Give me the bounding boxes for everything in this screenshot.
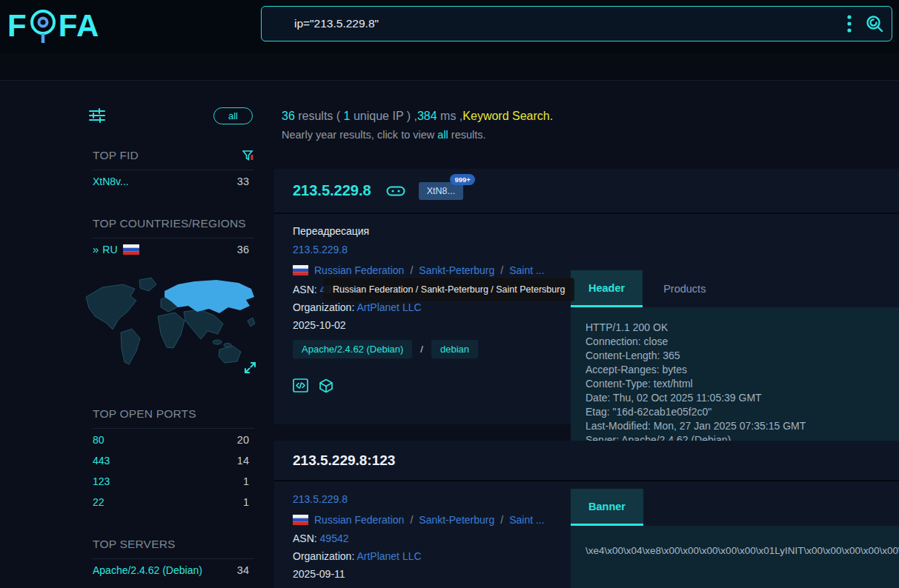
russia-flag-icon [123,244,139,255]
port-row: 22 1 [93,496,249,508]
org-row: Organization: ArtPlanet LLC [293,550,422,562]
http-header-line: Connection: close [585,335,884,349]
http-header-line: HTTP/1.1 200 OK [585,321,884,335]
org-link[interactable]: ArtPlanet LLC [356,301,421,313]
country-row: » RU 36 [93,243,249,255]
result-card-1-header: 213.5.229.8 XtN8... 999+ [274,169,899,214]
region-link[interactable]: Sankt-Peterburg [419,264,494,276]
http-header-line: Date: Thu, 02 Oct 2025 11:05:39 GMT [585,391,884,405]
result-ip-link[interactable]: 213.5.229.8 [293,493,348,505]
fofa-logo[interactable]: F FA [7,7,99,45]
kebab-menu-icon[interactable] [837,11,862,36]
unique-ip-count: 1 [344,110,351,122]
all-filter-button[interactable]: all [213,107,253,124]
top-countries-title: TOP COUNTRIES/REGIONS [93,217,246,230]
scan-date: 2025-10-02 [293,319,346,331]
port-count: 14 [237,455,249,467]
expand-map-icon[interactable] [244,361,256,377]
top-navbar: F FA [0,0,899,53]
http-header-panel: HTTP/1.1 200 OK Connection: close Conten… [571,307,899,457]
tab-products[interactable]: Products [643,270,726,307]
redirect-label: Переадресация [293,225,369,237]
org-link[interactable]: ArtPlanet LLC [356,550,421,562]
search-icon[interactable] [862,11,887,36]
code-snippet-icon[interactable] [293,378,308,393]
port-link[interactable]: 123 [93,475,110,487]
results-note: Nearly year results, click to view all r… [282,129,486,141]
http-header-line: Etag: "16d-62cab1e05f2c0" [585,405,884,419]
top-countries-section-header: TOP COUNTRIES/REGIONS [93,217,254,238]
result-card-2-body: 213.5.229.8 Russian Federation / Sankt-P… [274,481,899,588]
asn-row: ASN: 49542 [293,532,349,544]
banner-text: \xe4\x00\x04\xe8\x00\x00\x00\x00\x00\x01… [585,545,884,556]
result-ip-port-title: 213.5.229.8:123 [293,452,395,469]
search-input[interactable] [262,17,837,30]
country-link[interactable]: Russian Federation [314,264,404,276]
country-link[interactable]: RU [102,244,117,255]
top-ports-section-header: TOP OPEN PORTS [93,407,254,429]
scan-date: 2025-09-11 [293,568,345,580]
location-row: Russian Federation / Sankt-Peterburg / S… [293,514,545,526]
port-link[interactable]: 80 [93,434,105,446]
link-icon[interactable] [386,185,405,197]
top-fid-title: TOP FID [93,149,139,162]
asn-link[interactable]: 49542 [320,532,349,544]
port-link[interactable]: 22 [93,496,105,508]
logo-text-fa: FA [59,10,100,41]
result-ip-title[interactable]: 213.5.229.8 [293,182,371,199]
fid-row: XtN8v... 33 [93,176,249,187]
russia-flag-icon [293,265,308,275]
fid-link[interactable]: XtN8v... [93,176,129,187]
city-link[interactable]: Saint ... [509,264,544,276]
sub-header-band [0,53,899,81]
detail-tabs: Banner [571,489,899,526]
query-time-ms: 384 [417,110,437,122]
port-count: 1 [243,475,249,487]
tab-header[interactable]: Header [571,270,643,307]
results-summary: 36 results ( 1 unique IP ) ,384 ms ,Keyw… [282,110,553,123]
region-link[interactable]: Sankt-Peterburg [419,514,494,526]
funnel-filter-icon[interactable] [242,150,254,161]
port-row: 80 20 [93,434,249,446]
fid-count: 33 [237,176,249,187]
detail-tabs-area: Banner \xe4\x00\x04\xe8\x00\x00\x00\x00\… [571,489,899,588]
port-count: 20 [237,434,249,446]
map-russia-region [165,280,254,313]
os-tag[interactable]: debian [431,340,478,358]
port-row: 123 1 [93,475,249,487]
city-link[interactable]: Saint ... [509,514,544,526]
results-count: 36 [282,110,295,122]
top-servers-title: TOP SERVERS [93,538,176,551]
result-ip-link[interactable]: 213.5.229.8 [293,244,348,255]
result-card-1: 213.5.229.8 XtN8... 999+ Переадресация 2… [274,169,899,424]
fid-badge[interactable]: XtN8... 999+ [419,182,463,200]
http-header-line: Last-Modified: Mon, 27 Jan 2025 07:35:15… [585,419,884,433]
server-link[interactable]: Apache/2.4.62 (Debian) [93,564,202,576]
port-link[interactable]: 443 [93,455,110,467]
action-icons [293,378,334,393]
banner-panel: \xe4\x00\x04\xe8\x00\x00\x00\x00\x00\x01… [571,526,899,588]
detail-tabs-area: Header Products HTTP/1.1 200 OK Connecti… [571,270,899,457]
russia-flag-icon [293,515,308,525]
top-fid-section-header: TOP FID [93,149,254,170]
top-servers-section-header: TOP SERVERS [93,538,254,559]
filter-sliders-icon[interactable] [88,107,106,124]
server-count: 34 [237,564,249,576]
port-row: 443 14 [93,455,249,467]
country-link[interactable]: Russian Federation [314,514,404,526]
result-card-2: 213.5.229.8:123 213.5.229.8 Russian Fede… [274,441,899,588]
cube-icon[interactable] [319,378,334,393]
http-header-line: Content-Length: 365 [585,349,884,363]
http-header-line: Accept-Ranges: bytes [585,363,884,377]
top-ports-title: TOP OPEN PORTS [93,407,196,421]
tab-banner[interactable]: Banner [571,489,643,526]
tag-row: Apache/2.4.62 (Debian) / debian [293,340,478,358]
search-bar [261,6,892,41]
world-map [82,275,259,381]
double-chevron-icon[interactable]: » [93,243,97,255]
server-row: Apache/2.4.62 (Debian) 34 [93,564,249,576]
server-tag[interactable]: Apache/2.4.62 (Debian) [293,340,412,358]
view-all-link[interactable]: all [437,129,448,141]
detail-tabs: Header Products [571,270,899,307]
port-count: 1 [243,496,249,508]
